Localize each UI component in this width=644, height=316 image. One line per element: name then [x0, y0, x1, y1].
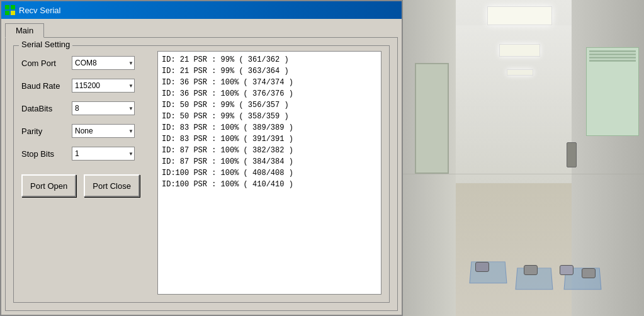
log-line: ID: 21 PSR : 99% ( 363/364 ) — [162, 65, 377, 77]
data-bits-label: DataBits — [21, 104, 72, 113]
title-bar: Recv Serial — [1, 1, 402, 19]
log-column: ID: 21 PSR : 99% ( 361/362 )ID: 21 PSR :… — [157, 51, 381, 295]
parity-select[interactable]: None Odd Even Mark Space — [72, 124, 135, 138]
baud-rate-select-wrapper: 115200 9600 19200 38400 57600 ▼ — [72, 79, 135, 93]
stop-bits-row: Stop Bits 1 1.5 2 ▼ — [21, 147, 147, 161]
baud-rate-select[interactable]: 115200 9600 19200 38400 57600 — [72, 79, 135, 93]
parity-label: Parity — [21, 127, 72, 136]
log-line: ID: 36 PSR : 100% ( 374/374 ) — [162, 77, 377, 88]
parity-row: Parity None Odd Even Mark Space ▼ — [21, 124, 147, 138]
com-port-select-wrapper: COM8 COM1 COM2 ▼ — [72, 56, 135, 70]
stop-bits-select[interactable]: 1 1.5 2 — [72, 147, 135, 161]
parity-select-wrapper: None Odd Even Mark Space ▼ — [72, 124, 135, 138]
com-port-row: Com Port COM8 COM1 COM2 ▼ — [21, 56, 147, 70]
wall-device — [567, 142, 576, 167]
sign-line — [589, 50, 636, 52]
port-close-button[interactable]: Port Close — [84, 174, 140, 197]
log-line: ID: 36 PSR : 100% ( 376/376 ) — [162, 88, 377, 99]
svg-rect-3 — [11, 11, 15, 15]
log-line: ID: 50 PSR : 99% ( 358/359 ) — [162, 111, 377, 122]
stop-bits-select-wrapper: 1 1.5 2 ▼ — [72, 147, 135, 161]
ceiling-light-1 — [487, 6, 552, 25]
tab-main[interactable]: Main — [5, 23, 44, 38]
log-line: ID: 21 PSR : 99% ( 361/362 ) — [162, 54, 377, 65]
svg-rect-0 — [5, 5, 9, 9]
tab-bar: Main — [1, 19, 402, 37]
log-line: ID:100 PSR : 100% ( 410/410 ) — [162, 179, 377, 190]
robot-1 — [475, 262, 489, 272]
sign-line — [589, 57, 636, 59]
svg-rect-1 — [11, 5, 15, 9]
group-label: Serial Setting — [19, 40, 72, 49]
com-port-label: Com Port — [21, 59, 72, 68]
sign-line — [589, 60, 636, 62]
serial-setting-group: Serial Setting Com Port COM8 COM1 COM2 ▼ — [13, 45, 390, 303]
data-bits-select-wrapper: 8 5 6 7 ▼ — [72, 101, 135, 115]
robot-4 — [582, 268, 596, 278]
window-title: Recv Serial — [19, 6, 60, 15]
ceiling-light-2 — [499, 44, 540, 57]
svg-rect-2 — [5, 11, 9, 15]
log-line: ID: 83 PSR : 100% ( 389/389 ) — [162, 122, 377, 133]
door-frame-left-1 — [415, 63, 449, 174]
app-icon — [5, 5, 15, 15]
sign-line — [589, 54, 636, 55]
robot-3 — [560, 265, 573, 275]
log-line: ID:100 PSR : 100% ( 408/408 ) — [162, 167, 377, 179]
log-line: ID: 87 PSR : 100% ( 382/382 ) — [162, 145, 377, 156]
photo-panel — [403, 0, 644, 316]
form-column: Com Port COM8 COM1 COM2 ▼ Baud Rate — [21, 51, 147, 295]
log-line: ID: 87 PSR : 100% ( 384/384 ) — [162, 156, 377, 167]
com-port-select[interactable]: COM8 COM1 COM2 — [72, 56, 135, 70]
floor-wall-line — [403, 174, 644, 174]
log-output[interactable]: ID: 21 PSR : 99% ( 361/362 )ID: 21 PSR :… — [157, 51, 381, 295]
data-bits-row: DataBits 8 5 6 7 ▼ — [21, 101, 147, 115]
log-line: ID: 83 PSR : 100% ( 391/391 ) — [162, 133, 377, 145]
stop-bits-label: Stop Bits — [21, 149, 72, 159]
port-open-button[interactable]: Port Open — [21, 174, 76, 197]
ceiling-light-3 — [507, 69, 533, 76]
app-window: Recv Serial Main Serial Setting Com Port — [0, 0, 403, 316]
main-content: Serial Setting Com Port COM8 COM1 COM2 ▼ — [5, 37, 398, 311]
window-body: Main Serial Setting Com Port COM8 COM1 — [1, 19, 402, 315]
robot-2 — [524, 265, 538, 275]
baud-rate-row: Baud Rate 115200 9600 19200 38400 57600 … — [21, 79, 147, 93]
data-bits-select[interactable]: 8 5 6 7 — [72, 101, 135, 115]
baud-rate-label: Baud Rate — [21, 81, 72, 91]
wall-sign-1 — [586, 47, 639, 136]
corridor-photo — [403, 0, 644, 316]
buttons-row: Port Open Port Close — [21, 174, 147, 197]
log-line: ID: 50 PSR : 99% ( 356/357 ) — [162, 99, 377, 111]
